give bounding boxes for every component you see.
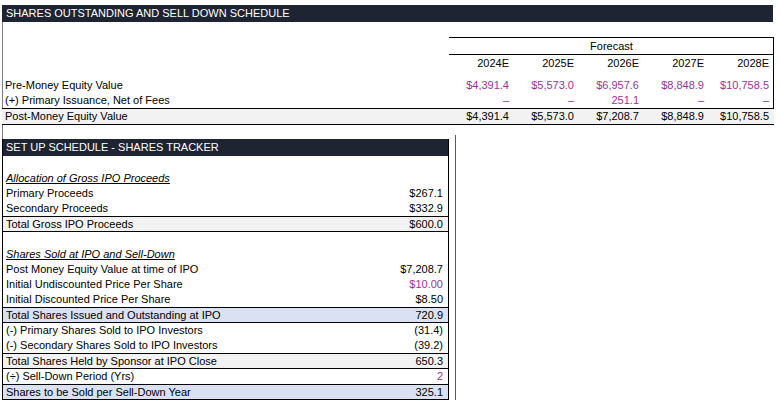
cell-value[interactable]: (31.4)	[368, 323, 448, 338]
section-title-shares-tracker: SET UP SCHEDULE - SHARES TRACKER	[3, 139, 448, 156]
cell-value[interactable]: –	[449, 93, 514, 108]
cell-value[interactable]: $8.50	[368, 292, 448, 307]
cell-value[interactable]: $6,957.6	[579, 78, 644, 93]
row-label[interactable]: Total Shares Issued and Outstanding at I…	[3, 308, 368, 322]
shares-tracker-box: SET UP SCHEDULE - SHARES TRACKER Allocat…	[2, 139, 449, 400]
section-title-shares-outstanding: SHARES OUTSTANDING AND SELL DOWN SCHEDUL…	[2, 5, 773, 22]
column-gridline	[455, 135, 456, 400]
cell-value[interactable]: $4,391.4	[449, 78, 514, 93]
cell-value[interactable]: $10,758.5	[709, 109, 774, 124]
years-header-row: 2024E 2025E 2026E 2027E 2028E	[449, 55, 774, 71]
row-label[interactable]: Post-Money Equity Value	[2, 109, 449, 124]
row-discounted-price: Initial Discounted Price Per Share $8.50	[3, 292, 448, 307]
cell-value[interactable]: (39.2)	[368, 338, 448, 353]
forecast-header: Forecast	[449, 37, 774, 55]
row-label[interactable]: Total Gross IPO Proceeds	[3, 217, 368, 231]
row-label[interactable]: (-) Primary Shares Sold to IPO Investors	[3, 323, 368, 338]
cell-value[interactable]: 325.1	[368, 385, 448, 399]
cell-value[interactable]: –	[514, 93, 579, 108]
row-undiscounted-price: Initial Undiscounted Price Per Share $10…	[3, 277, 448, 292]
table-row-post-money-total: Post-Money Equity Value $4,391.4 $5,573.…	[2, 108, 774, 125]
year-header-2025e[interactable]: 2025E	[514, 55, 579, 71]
cell-value[interactable]: –	[709, 93, 774, 108]
row-total-shares-held-by-sponsor: Total Shares Held by Sponsor at IPO Clos…	[3, 353, 448, 369]
row-label[interactable]: (-) Secondary Shares Sold to IPO Investo…	[3, 338, 368, 353]
equity-value-table: Forecast 2024E 2025E 2026E 2027E 2028E P…	[2, 37, 774, 125]
row-total-gross-ipo-proceeds: Total Gross IPO Proceeds $600.0	[3, 216, 448, 232]
cell-value[interactable]: $332.9	[368, 201, 448, 216]
row-label[interactable]: Total Shares Held by Sponsor at IPO Clos…	[3, 354, 368, 368]
row-primary-shares-sold: (-) Primary Shares Sold to IPO Investors…	[3, 323, 448, 338]
heading-allocation-gross-ipo-proceeds: Allocation of Gross IPO Proceeds	[3, 171, 448, 186]
row-label[interactable]: Pre-Money Equity Value	[2, 78, 449, 93]
row-label[interactable]: Secondary Proceeds	[3, 201, 368, 216]
cell-value[interactable]: $600.0	[368, 217, 448, 231]
cell-value[interactable]: $7,208.7	[579, 109, 644, 124]
row-label[interactable]: Shares to be Sold per Sell-Down Year	[3, 385, 368, 399]
row-label[interactable]: Primary Proceeds	[3, 186, 368, 201]
year-header-2024e[interactable]: 2024E	[449, 55, 514, 71]
row-label[interactable]: (÷) Sell-Down Period (Yrs)	[3, 369, 368, 384]
cell-value[interactable]: $7,208.7	[368, 262, 448, 277]
heading-shares-sold-at-ipo: Shares Sold at IPO and Sell-Down	[3, 247, 448, 262]
cell-value[interactable]: $4,391.4	[449, 109, 514, 124]
year-header-2026e[interactable]: 2026E	[579, 55, 644, 71]
row-label[interactable]: Post Money Equity Value at time of IPO	[3, 262, 368, 277]
cell-value[interactable]: $10,758.5	[709, 78, 774, 93]
table-row-primary-issuance: (+) Primary Issuance, Net of Fees – – 25…	[2, 93, 774, 108]
row-secondary-proceeds: Secondary Proceeds $332.9	[3, 201, 448, 216]
cell-value[interactable]: –	[644, 93, 709, 108]
row-total-shares-at-ipo: Total Shares Issued and Outstanding at I…	[3, 307, 448, 323]
blank-row	[3, 232, 448, 247]
blank-row	[3, 156, 448, 171]
cell-value[interactable]: $5,573.0	[514, 109, 579, 124]
row-label[interactable]: (+) Primary Issuance, Net of Fees	[2, 93, 449, 108]
row-label[interactable]: Initial Undiscounted Price Per Share	[3, 277, 368, 292]
year-header-2027e[interactable]: 2027E	[644, 55, 709, 71]
row-secondary-shares-sold: (-) Secondary Shares Sold to IPO Investo…	[3, 338, 448, 353]
cell-value[interactable]: $8,848.9	[644, 78, 709, 93]
year-header-2028e[interactable]: 2028E	[709, 55, 774, 71]
cell-value[interactable]: $8,848.9	[644, 109, 709, 124]
table-row-pre-money: Pre-Money Equity Value $4,391.4 $5,573.0…	[2, 78, 774, 93]
row-shares-sold-per-year: Shares to be Sold per Sell-Down Year 325…	[3, 384, 448, 400]
cell-value[interactable]: 650.3	[368, 354, 448, 368]
cell-value[interactable]: 251.1	[579, 93, 644, 108]
cell-value[interactable]: $10.00	[368, 277, 448, 292]
row-sell-down-period: (÷) Sell-Down Period (Yrs) 2	[3, 369, 448, 384]
spreadsheet: SHARES OUTSTANDING AND SELL DOWN SCHEDUL…	[0, 0, 780, 400]
cell-value[interactable]: 2	[368, 369, 448, 384]
row-label[interactable]: Initial Discounted Price Per Share	[3, 292, 368, 307]
cell-value[interactable]: $267.1	[368, 186, 448, 201]
row-post-money-at-ipo: Post Money Equity Value at time of IPO $…	[3, 262, 448, 277]
cell-value[interactable]: $5,573.0	[514, 78, 579, 93]
row-primary-proceeds: Primary Proceeds $267.1	[3, 186, 448, 201]
cell-value[interactable]: 720.9	[368, 308, 448, 322]
